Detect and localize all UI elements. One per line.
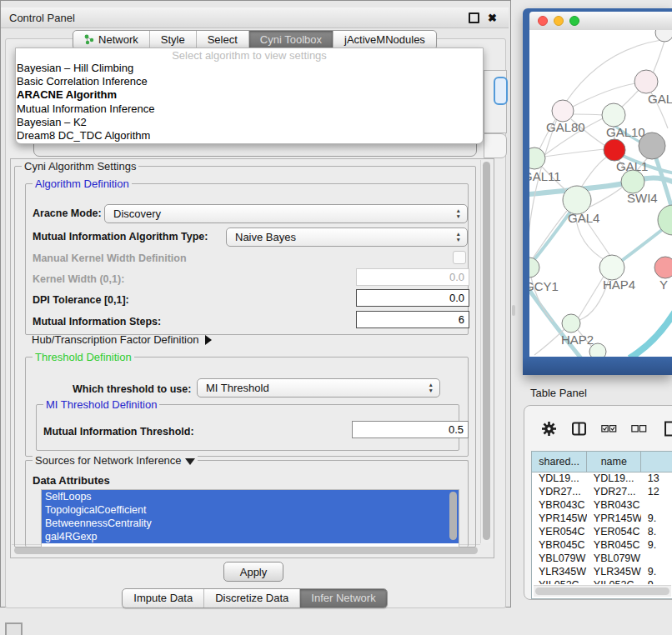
collapsed-panel-icon[interactable]	[5, 622, 23, 635]
column-header-shared-name[interactable]: shared...	[532, 452, 587, 472]
close-icon[interactable]: ✖	[488, 12, 497, 23]
apply-button[interactable]: Apply	[223, 562, 283, 582]
table-cell: YDR27...	[532, 486, 587, 499]
network-node-swi4[interactable]	[621, 170, 644, 193]
algorithm-dropdown-placeholder: Select algorithm to view settings	[16, 48, 483, 62]
network-view-window[interactable]: GALGAL80GAL10GAL1GAL11SWI4GAL4HAP4YGCY1H…	[523, 8, 672, 375]
tab-infer-network[interactable]: Infer Network	[299, 589, 386, 608]
table-row[interactable]: YBR045CYBR045C9.	[532, 539, 672, 552]
network-node-gcy1[interactable]	[529, 258, 539, 278]
stepper-arrows-icon: ▲▼	[429, 382, 439, 394]
hub-definition-expander[interactable]: Hub/Transcription Factor Definition	[32, 333, 212, 346]
table-row[interactable]: YBR043CYBR043C	[532, 499, 672, 512]
network-node-gal1[interactable]	[604, 139, 625, 161]
tab-jactivemnodules[interactable]: jActiveMNodules	[333, 31, 436, 49]
table-horizontal-scrollbar[interactable]	[534, 585, 671, 597]
stepper-arrows-icon: ▲▼	[456, 232, 467, 243]
table-row[interactable]: YIL052CYIL052C9.	[532, 579, 672, 584]
data-attribute-item[interactable]: gal4RGexp	[42, 530, 459, 543]
network-node-partial-top[interactable]	[655, 30, 672, 42]
kernel-width-field[interactable]	[356, 268, 469, 286]
list-scrollbar[interactable]	[449, 492, 457, 540]
network-edge[interactable]	[573, 114, 603, 115]
column-header-name[interactable]: name	[587, 452, 641, 472]
algorithm-option[interactable]: Dream8 DC_TDC Algorithm	[16, 129, 483, 142]
tab-discretize-data[interactable]: Discretize Data	[203, 589, 299, 608]
algorithm-option[interactable]: Basic Correlation Inference	[16, 75, 483, 88]
data-attribute-item[interactable]: TopologicalCoefficient	[42, 503, 459, 517]
window-minimize-button[interactable]	[554, 16, 564, 26]
table-row[interactable]: YDL19...YDL19...13	[532, 472, 672, 486]
split-view-icon[interactable]	[571, 421, 587, 437]
tab-network[interactable]: Network	[73, 31, 149, 49]
gear-icon[interactable]	[541, 421, 557, 437]
algorithm-option[interactable]: Bayesian – K2	[16, 116, 483, 129]
table-cell: YPR145W	[532, 512, 587, 526]
tab-cyni-toolbox[interactable]: Cyni Toolbox	[248, 31, 333, 49]
select-all-icon[interactable]	[601, 421, 617, 437]
table-row[interactable]: YBL079WYBL079W	[532, 552, 672, 566]
float-window-icon[interactable]	[469, 12, 479, 23]
mi-type-label: Mutual Information Algorithm Type:	[33, 231, 208, 242]
window-close-button[interactable]	[538, 16, 548, 26]
vertical-scrollbar[interactable]	[480, 160, 493, 543]
table-row[interactable]: YPR145WYPR145W9.	[532, 512, 672, 526]
expand-arrow-icon[interactable]	[185, 458, 195, 465]
network-edge[interactable]	[544, 149, 604, 157]
data-attribute-item[interactable]: BetweennessCentrality	[42, 517, 459, 530]
mi-threshold-label: Mutual Information Threshold:	[43, 426, 194, 438]
which-threshold-combobox[interactable]: MI Threshold ▲▼	[197, 378, 440, 398]
manual-kernel-width-checkbox[interactable]	[453, 251, 466, 264]
help-button[interactable]	[494, 77, 508, 105]
network-canvas[interactable]: GALGAL80GAL10GAL1GAL11SWI4GAL4HAP4YGCY1H…	[529, 30, 672, 357]
network-edge[interactable]	[629, 308, 672, 357]
network-edge[interactable]	[653, 41, 664, 73]
table-row[interactable]: YLR345WYLR345W9.	[532, 566, 672, 579]
aracne-mode-combobox[interactable]: Discovery ▲▼	[104, 204, 468, 223]
table-cell: 9.	[641, 579, 672, 584]
network-node-gal-top[interactable]	[634, 70, 658, 93]
tab-select[interactable]: Select	[196, 31, 248, 49]
control-panel-title: Control Panel	[1, 12, 75, 24]
data-attribute-item[interactable]: SelfLoops	[42, 490, 459, 503]
mi-steps-label: Mutual Information Steps:	[33, 316, 161, 328]
network-node-gal11[interactable]	[529, 148, 545, 169]
column-header-partial[interactable]	[641, 452, 672, 472]
network-node-gal10[interactable]	[602, 103, 625, 127]
tab-style[interactable]: Style	[149, 31, 196, 49]
table-cell: YDL19...	[532, 472, 587, 486]
panel-divider-handle[interactable]	[512, 305, 515, 316]
window-zoom-button[interactable]	[569, 16, 579, 26]
data-attributes-label: Data Attributes	[33, 474, 110, 487]
mi-threshold-field[interactable]	[352, 421, 469, 438]
network-node-gal80[interactable]	[552, 100, 574, 122]
algorithm-option[interactable]: ARACNE Algorithm	[16, 88, 483, 102]
table-cell: 12	[641, 486, 672, 499]
network-edge[interactable]	[534, 329, 564, 355]
data-attributes-list[interactable]: SelfLoopsTopologicalCoefficientBetweenne…	[41, 489, 459, 548]
network-node-salmon-node[interactable]	[654, 257, 672, 278]
table-cell: YDL19...	[587, 472, 641, 486]
algorithm-definition-group: Algorithm Definition Aracne Mode: Discov…	[25, 183, 469, 335]
mi-algorithm-type-combobox[interactable]: Naive Bayes ▲▼	[226, 228, 468, 247]
mi-steps-field[interactable]	[356, 311, 469, 328]
table-row[interactable]: YER054CYER054C8.	[532, 526, 672, 539]
tab-impute-data[interactable]: Impute Data	[123, 589, 203, 608]
network-edge[interactable]	[533, 211, 567, 258]
dpi-tolerance-field[interactable]	[356, 289, 469, 307]
deselect-all-icon[interactable]	[631, 421, 647, 437]
network-node-hap2[interactable]	[562, 314, 580, 332]
manual-kernel-width-label: Manual Kernel Width Definition	[33, 252, 187, 264]
algorithm-option[interactable]: Bayesian – Hill Climbing	[16, 62, 483, 75]
algorithm-option[interactable]: Mutual Information Inference	[16, 102, 483, 116]
network-node-gal4[interactable]	[563, 186, 591, 214]
document-icon[interactable]	[663, 421, 672, 437]
network-node-gray-node[interactable]	[639, 132, 665, 159]
collapse-arrow-icon[interactable]	[205, 335, 212, 345]
network-node-hap4[interactable]	[599, 255, 624, 280]
network-edge[interactable]	[581, 155, 609, 188]
network-edge[interactable]	[579, 275, 604, 318]
network-node-bottom-small[interactable]	[589, 343, 606, 357]
network-edge[interactable]	[621, 90, 639, 108]
table-row[interactable]: YDR27...YDR27...12	[532, 486, 672, 499]
